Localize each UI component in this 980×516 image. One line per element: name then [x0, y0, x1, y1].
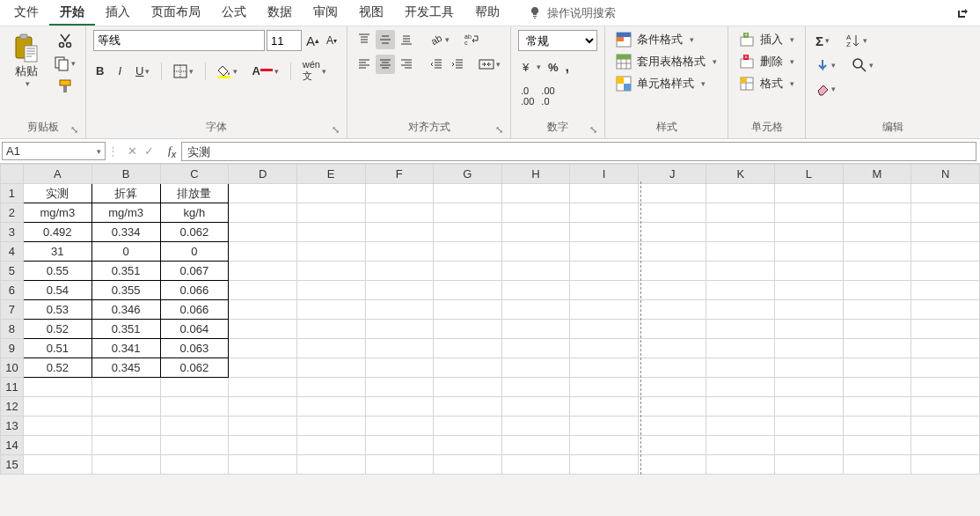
cell-M6[interactable]	[843, 281, 911, 300]
cell-G3[interactable]	[434, 223, 502, 242]
cell-D7[interactable]	[229, 300, 297, 320]
cell-G11[interactable]	[434, 378, 502, 397]
enter-formula-button[interactable]: ✓	[144, 144, 154, 158]
cell-M15[interactable]	[843, 455, 911, 475]
cell-A14[interactable]	[23, 436, 91, 455]
cell-K5[interactable]	[706, 262, 775, 281]
cell-N13[interactable]	[911, 416, 980, 436]
decrease-decimal-button[interactable]: .00.0	[538, 83, 557, 109]
cell-M11[interactable]	[843, 378, 911, 397]
cell-F14[interactable]	[365, 436, 434, 455]
cell-C10[interactable]: 0.062	[160, 358, 229, 378]
cell-F10[interactable]	[365, 358, 434, 378]
cell-B6[interactable]: 0.355	[91, 281, 160, 300]
cell-H11[interactable]	[501, 378, 570, 397]
cell-L12[interactable]	[775, 397, 844, 416]
tab-2[interactable]: 插入	[95, 1, 141, 26]
cell-J14[interactable]	[638, 436, 706, 455]
orientation-button[interactable]: ab▾	[427, 30, 452, 49]
number-launcher-icon[interactable]: ⤡	[589, 124, 597, 136]
cell-B15[interactable]	[91, 455, 160, 475]
cell-E2[interactable]	[296, 203, 365, 223]
decrease-indent-button[interactable]	[427, 55, 446, 74]
cell-N6[interactable]	[911, 281, 980, 300]
cell-I14[interactable]	[570, 436, 639, 455]
cell-J13[interactable]	[638, 416, 706, 436]
cell-I8[interactable]	[570, 320, 639, 339]
cell-K4[interactable]	[706, 242, 775, 262]
cell-L3[interactable]	[775, 223, 844, 242]
comma-button[interactable]: ,	[563, 56, 572, 77]
cell-N10[interactable]	[911, 358, 980, 378]
cell-F13[interactable]	[365, 416, 434, 436]
format-cells-button[interactable]: 格式▾	[735, 74, 798, 93]
cell-D9[interactable]	[229, 339, 297, 358]
cell-L6[interactable]	[775, 281, 844, 300]
cell-G4[interactable]	[434, 242, 502, 262]
worksheet[interactable]: ABCDEFGHIJKLMN1实测折算排放量2mg/m3mg/m3kg/h30.…	[0, 164, 980, 475]
cell-F7[interactable]	[365, 300, 434, 320]
cell-D10[interactable]	[229, 358, 297, 378]
cell-I6[interactable]	[570, 281, 639, 300]
cell-N2[interactable]	[911, 203, 980, 223]
cell-J5[interactable]	[638, 262, 706, 281]
cell-C15[interactable]	[160, 455, 229, 475]
copy-button[interactable]: ▾	[51, 53, 78, 74]
cell-K13[interactable]	[706, 416, 775, 436]
cell-K6[interactable]	[706, 281, 775, 300]
cell-F6[interactable]	[365, 281, 434, 300]
cell-J4[interactable]	[638, 242, 706, 262]
col-header-J[interactable]: J	[638, 165, 706, 184]
font-size-combo[interactable]	[267, 30, 302, 51]
cell-H4[interactable]	[501, 242, 570, 262]
tab-0[interactable]: 文件	[4, 1, 49, 26]
cell-G7[interactable]	[434, 300, 502, 320]
cell-A12[interactable]	[23, 397, 91, 416]
cell-L15[interactable]	[775, 455, 844, 475]
cell-E10[interactable]	[296, 358, 365, 378]
formula-bar[interactable]: 实测	[181, 142, 976, 161]
increase-indent-button[interactable]	[448, 55, 467, 74]
cell-N7[interactable]	[911, 300, 980, 320]
cell-D13[interactable]	[229, 416, 297, 436]
cell-E1[interactable]	[296, 184, 365, 203]
cell-C12[interactable]	[160, 397, 229, 416]
cell-H2[interactable]	[501, 203, 570, 223]
col-header-E[interactable]: E	[296, 165, 365, 184]
cell-K3[interactable]	[706, 223, 775, 242]
sort-filter-button[interactable]: AZ▾	[843, 30, 870, 51]
cell-G6[interactable]	[434, 281, 502, 300]
align-top-button[interactable]	[355, 30, 374, 49]
name-box[interactable]: A1▾	[2, 142, 106, 160]
row-header-3[interactable]: 3	[1, 223, 24, 242]
cell-M14[interactable]	[843, 436, 911, 455]
format-painter-button[interactable]	[51, 76, 78, 97]
cell-F1[interactable]	[365, 184, 434, 203]
cell-N12[interactable]	[911, 397, 980, 416]
cell-H3[interactable]	[501, 223, 570, 242]
cell-J6[interactable]	[638, 281, 706, 300]
cell-M7[interactable]	[843, 300, 911, 320]
cell-E7[interactable]	[296, 300, 365, 320]
col-header-K[interactable]: K	[706, 165, 775, 184]
cell-L10[interactable]	[775, 358, 844, 378]
cell-C7[interactable]: 0.066	[160, 300, 229, 320]
cell-G14[interactable]	[434, 436, 502, 455]
cell-F5[interactable]	[365, 262, 434, 281]
conditional-format-button[interactable]: 条件格式▾	[612, 30, 720, 49]
cell-I2[interactable]	[570, 203, 639, 223]
cell-F2[interactable]	[365, 203, 434, 223]
align-right-button[interactable]	[397, 55, 416, 74]
cell-B4[interactable]: 0	[91, 242, 160, 262]
cell-A13[interactable]	[23, 416, 91, 436]
cell-J12[interactable]	[638, 397, 706, 416]
col-header-L[interactable]: L	[775, 165, 844, 184]
cell-I12[interactable]	[570, 397, 639, 416]
row-header-13[interactable]: 13	[1, 416, 24, 436]
row-header-14[interactable]: 14	[1, 436, 24, 455]
wrap-text-button[interactable]: abc	[461, 30, 482, 49]
cell-G1[interactable]	[434, 184, 502, 203]
cell-G15[interactable]	[434, 455, 502, 475]
align-left-button[interactable]	[355, 55, 374, 74]
col-header-H[interactable]: H	[501, 165, 570, 184]
